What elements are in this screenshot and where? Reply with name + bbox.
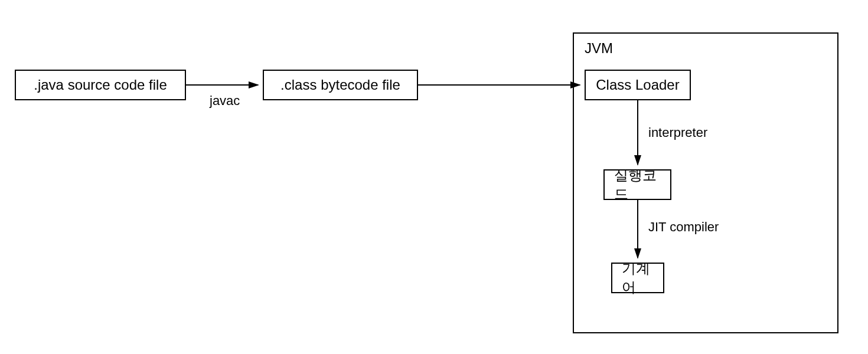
exec-code-box: 실행코드 bbox=[603, 169, 671, 200]
machine-code-text: 기계어 bbox=[622, 259, 654, 297]
source-code-text: .java source code file bbox=[34, 77, 167, 93]
bytecode-text: .class bytecode file bbox=[280, 77, 400, 93]
interpreter-label: interpreter bbox=[648, 125, 707, 140]
class-loader-text: Class Loader bbox=[596, 77, 679, 93]
javac-label: javac bbox=[210, 93, 240, 109]
jit-label: JIT compiler bbox=[648, 219, 719, 235]
machine-code-box: 기계어 bbox=[611, 263, 664, 293]
arrow-source-bytecode bbox=[186, 80, 263, 91]
source-code-box: .java source code file bbox=[15, 70, 186, 100]
exec-code-text: 실행코드 bbox=[614, 166, 661, 204]
bytecode-box: .class bytecode file bbox=[263, 70, 418, 100]
arrow-bytecode-classloader bbox=[418, 80, 585, 91]
class-loader-box: Class Loader bbox=[585, 70, 691, 100]
jvm-label: JVM bbox=[585, 40, 613, 57]
arrow-classloader-execcode bbox=[632, 100, 644, 169]
arrow-execcode-machinecode bbox=[632, 200, 644, 263]
